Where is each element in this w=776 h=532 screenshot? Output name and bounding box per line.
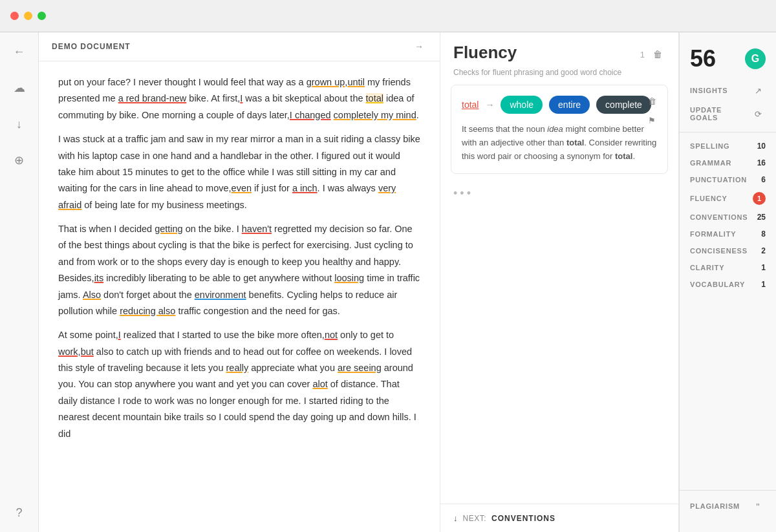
highlight-completely: completely my mind [334,110,416,120]
category-label: GRAMMAR [690,159,731,167]
sidebar-category-grammar[interactable]: GRAMMAR16 [680,154,776,171]
suggestion-text: It seems that the noun idea might combin… [462,123,657,163]
sidebar-category-fluency[interactable]: FLUENCY1 [680,188,776,209]
highlight-havent: haven't [242,224,272,234]
update-goals-icon[interactable]: ⟳ [751,106,766,122]
fullscreen-button[interactable] [38,12,46,20]
highlight-until: until [347,77,365,87]
plagiarism-icon[interactable]: " [750,498,766,514]
suggestion-original: total [462,100,479,110]
document-area: DEMO DOCUMENT → put on your face? I neve… [39,32,440,532]
suggestion-chip-complete[interactable]: complete [596,96,651,114]
paragraph-2: I was stuck at a traffic jam and saw in … [58,131,420,213]
category-count: 1 [761,263,766,272]
category-count: 1 [753,192,766,205]
fluency-card: 🗑 ⚑ total → whole entire complete It see… [451,85,668,174]
fluency-title: Fluency [453,43,517,63]
suggestion-arrow-icon: → [485,100,494,110]
card-flag-icon[interactable]: ⚑ [644,112,660,128]
fluency-card-actions: 🗑 ⚑ [644,93,660,128]
paragraph-1: put on your face? I never thought I woul… [58,74,420,123]
highlight-work-but: work,but [58,346,94,357]
main-layout: ← ☁ ↓ ⊕ ? DEMO DOCUMENT → put on your fa… [0,32,776,532]
highlight-also: Also [83,290,101,300]
highlight-i: I [240,93,242,103]
card-delete-icon[interactable]: 🗑 [644,93,660,109]
update-goals-button[interactable]: UPDATE GOALS ⟳ [680,103,776,127]
navigate-forward-icon[interactable]: → [411,39,427,54]
ellipsis-dot-1: • [453,187,457,200]
category-label: FORMALITY [690,230,736,238]
category-label: PUNCTUATION [690,176,747,184]
fluency-panel: Fluency 1 🗑 Checks for fluent phrasing a… [440,32,679,532]
sidebar-category-spelling[interactable]: SPELLING10 [680,138,776,154]
score-number: 56 [690,45,716,72]
category-label: VOCABULARY [690,281,745,288]
suggestion-chip-entire[interactable]: entire [549,96,590,114]
category-label: CONCISENESS [690,247,748,255]
fluency-panel-header: Fluency 1 🗑 [440,32,678,68]
highlight-alot: alot [312,379,327,389]
highlight-i-changed: I changed [290,110,331,120]
update-goals-label: UPDATE GOALS [690,106,751,122]
sidebar-category-conciseness[interactable]: CONCISENESS2 [680,242,776,259]
insights-button[interactable]: INSIGHTS ↗ [680,80,776,103]
left-sidebar: ← ☁ ↓ ⊕ ? [0,32,39,532]
fluency-panel-footer[interactable]: ↓ NEXT: CONVENTIONS [440,504,678,532]
document-content[interactable]: put on your face? I never thought I woul… [39,61,440,532]
category-label: CONVENTIONS [690,213,748,221]
insights-icon[interactable]: ↗ [750,83,766,98]
highlight-reducing-also: reducing also [120,306,175,316]
close-button[interactable] [10,12,19,20]
category-count: 16 [757,158,766,167]
ellipsis-dot-2: • [460,187,464,200]
back-icon[interactable]: ← [8,40,31,63]
sidebar-category-conventions[interactable]: CONVENTIONS25 [680,209,776,226]
highlight-total: total [366,93,383,103]
category-label: SPELLING [690,142,729,150]
next-section-label: CONVENTIONS [491,514,555,523]
download-icon[interactable]: ↓ [8,112,31,136]
sidebar-divider-top [680,132,776,133]
highlight-are-seeing: are seeing [338,363,382,373]
delete-icon[interactable]: 🗑 [650,47,665,62]
minimize-button[interactable] [24,12,32,20]
fluency-header-actions: 1 🗑 [640,43,665,62]
category-label: FLUENCY [690,195,727,202]
categories-list: SPELLING10GRAMMAR16PUNCTUATION6FLUENCY1C… [680,138,776,293]
category-count: 2 [761,246,766,255]
highlight-i-realized: I [118,330,121,340]
cloud-icon[interactable]: ☁ [8,76,31,100]
next-label: NEXT: [463,514,487,523]
sidebar-category-punctuation[interactable]: PUNCTUATION6 [680,171,776,188]
next-arrow-icon: ↓ [453,513,458,523]
highlight-grown-up: grown up [307,77,345,87]
card-more-options: • • • [440,182,678,206]
plagiarism-row[interactable]: PLAGIARISM " [680,490,776,522]
ellipsis-dot-3: • [467,187,471,200]
suggestion-chip-whole[interactable]: whole [501,96,543,114]
titlebar [0,0,776,32]
sidebar-category-vocabulary[interactable]: VOCABULARY1 [680,276,776,293]
add-icon[interactable]: ⊕ [8,149,31,172]
highlight-really: really [226,363,249,373]
category-count: 6 [761,175,766,184]
highlight-not: not [325,330,338,340]
highlight-red-brand-new: a red brand-new [118,93,187,103]
grammarly-icon[interactable]: G [745,48,766,69]
right-sidebar: 56 G INSIGHTS ↗ UPDATE GOALS ⟳ SPELLING1… [679,32,776,532]
insights-label: INSIGHTS [690,87,727,94]
paragraph-4: At some point,I realized that I started … [58,327,420,442]
highlight-even: even [232,183,252,193]
fluency-count: 1 [640,50,645,59]
category-count: 10 [757,142,766,151]
sidebar-category-formality[interactable]: FORMALITY8 [680,226,776,242]
sidebar-category-clarity[interactable]: CLARITY1 [680,259,776,276]
plagiarism-label: PLAGIARISM [690,502,740,510]
suggestion-row: total → whole entire complete [462,96,657,114]
highlight-loosing: loosing [334,273,364,283]
help-icon[interactable]: ? [8,501,31,524]
category-count: 25 [757,213,766,222]
category-count: 1 [761,280,766,289]
highlight-a-inch: a inch [292,183,318,193]
